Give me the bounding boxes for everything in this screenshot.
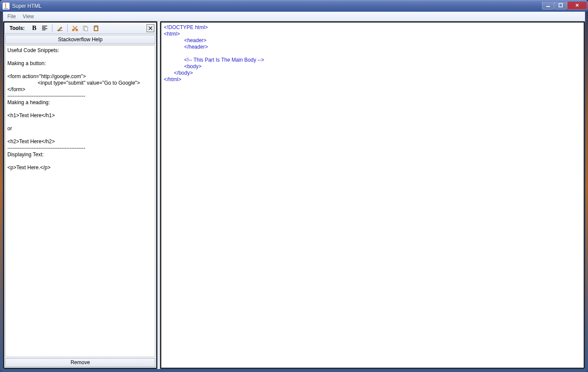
window-title: Super HTML [12, 3, 42, 9]
snippets-textarea[interactable]: Useful Code Snippets: Making a button: <… [5, 45, 155, 357]
minimize-button[interactable] [542, 2, 554, 10]
align-button[interactable] [40, 24, 49, 33]
pencil-icon [56, 25, 63, 32]
svg-rect-8 [95, 26, 97, 27]
tools-toolbar: Tools: B [4, 23, 156, 34]
toolbar-separator [52, 24, 52, 32]
paste-button[interactable] [91, 24, 100, 33]
svg-rect-9 [95, 27, 97, 30]
left-panel: Tools: B [3, 21, 157, 369]
draw-button[interactable] [56, 24, 64, 33]
titlebar[interactable]: Super HTML [0, 0, 588, 11]
svg-rect-1 [559, 3, 562, 7]
copy-icon [82, 25, 89, 32]
maximize-button[interactable] [555, 2, 567, 10]
align-icon [41, 25, 48, 32]
code-editor[interactable]: <!DOCTYPE html> <html> <header> </header… [160, 21, 585, 369]
menu-view[interactable]: View [19, 13, 37, 20]
svg-rect-2 [57, 30, 62, 31]
client-area: File View Tools: B [3, 11, 585, 369]
remove-button[interactable]: Remove [5, 358, 155, 367]
cut-button[interactable] [71, 24, 79, 33]
bold-icon: B [32, 24, 36, 32]
svg-rect-0 [546, 6, 550, 7]
tools-label: Tools: [6, 25, 28, 31]
copy-button[interactable] [81, 24, 90, 33]
stackoverflow-help-button[interactable]: Stackoverflow Help [5, 35, 155, 44]
toolbar-separator [67, 24, 68, 32]
panel-close-button[interactable] [147, 24, 154, 32]
menu-file[interactable]: File [4, 13, 19, 20]
svg-rect-6 [85, 27, 88, 31]
close-icon [148, 26, 153, 31]
bold-button[interactable]: B [30, 24, 39, 33]
window-controls [542, 2, 588, 10]
clipboard-icon [92, 25, 99, 32]
java-icon [3, 3, 10, 10]
menubar: File View [3, 12, 585, 21]
scissors-icon [72, 25, 78, 32]
app-window: Super HTML File View Tools: B [0, 0, 588, 372]
content-split: Tools: B [3, 21, 585, 369]
close-button[interactable] [567, 2, 587, 10]
